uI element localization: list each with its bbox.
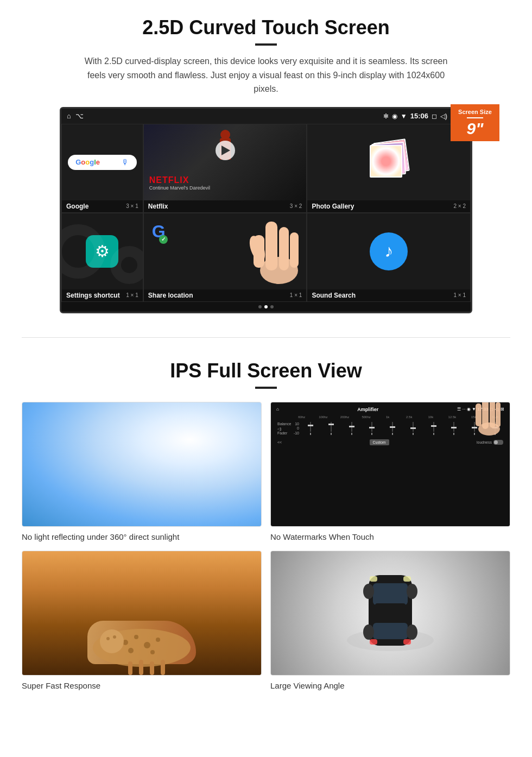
play-triangle (221, 146, 230, 155)
photo-app-label: Photo Gallery (312, 203, 354, 210)
svg-rect-22 (139, 660, 143, 675)
slider-thumb-7 (431, 425, 436, 427)
sunlight-caption: No light reflecting under 360° direct su… (22, 532, 179, 541)
eq-slider-1[interactable] (301, 422, 320, 435)
sound-search-content: ♪ (307, 213, 470, 289)
amp-loudness-toggle[interactable] (493, 440, 503, 445)
netflix-app-cell[interactable]: NETFLIX Continue Marvel's Daredevil Netf… (143, 124, 307, 213)
google-cell-content: Google 🎙 (62, 124, 143, 200)
balance-label: Balance (277, 422, 289, 426)
settings-app-cell[interactable]: ⚙ Settings shortcut 1 × 1 (61, 213, 143, 302)
settings-label-row: Settings shortcut 1 × 1 (62, 289, 143, 301)
google-search-bar[interactable]: Google 🎙 (68, 155, 136, 170)
db-10: 10 (293, 422, 299, 426)
fader-label: Fader (277, 431, 289, 435)
amp-hand-svg (465, 402, 503, 437)
svg-point-37 (407, 624, 417, 640)
image-grid: No light reflecting under 360° direct su… (22, 402, 510, 691)
svg-point-17 (150, 650, 155, 654)
slider-mark-6 (413, 433, 414, 435)
maps-g-letter: G ✓ (152, 222, 166, 242)
freq-60hz: 60hz (292, 415, 312, 419)
status-bar: ⌂ ⌥ ✻ ◉ ▼ 15:06 ◻ ◁) ⊠ ▭ (61, 109, 471, 124)
badge-title: Screen Size (457, 109, 493, 115)
svg-point-35 (407, 584, 417, 599)
svg-rect-10 (476, 403, 482, 426)
amplifier-image: ⌂ Amplifier ☰ ··· ◉ ▼ 17:33 ◻ ◁) ⊠ 60hz … (271, 402, 510, 526)
google-app-size: 3 × 1 (126, 203, 138, 209)
screen-size-badge: Screen Size 9" (451, 104, 499, 141)
dot-3 (270, 305, 274, 308)
slider-mark-1 (310, 433, 311, 435)
photo-gallery-cell[interactable]: Photo Gallery 2 × 2 (307, 124, 471, 213)
cheetah-image (22, 551, 261, 675)
sunlight-image (22, 402, 261, 526)
netflix-app-size: 3 × 2 (290, 203, 302, 209)
section1-description: With 2.5D curved-display screen, this de… (81, 54, 451, 96)
google-logo: Google (75, 158, 100, 166)
photo-card-3 (370, 145, 402, 178)
amp-db-labels: Balance ◁) Fader (275, 420, 292, 437)
svg-rect-1 (265, 222, 277, 270)
netflix-logo: NETFLIX (149, 175, 189, 185)
amp-bottom-controls: << Custom loudness (275, 439, 505, 445)
db-0: 0 (293, 426, 299, 430)
volume-icon: ◁) (440, 112, 447, 120)
netflix-play-button[interactable] (216, 141, 235, 160)
eq-slider-4[interactable] (363, 422, 382, 435)
sunlight-image-box (22, 402, 262, 527)
google-app-cell[interactable]: Google 🎙 Google 3 × 1 (61, 124, 143, 213)
car-image (271, 551, 510, 675)
eq-slider-8[interactable] (445, 422, 464, 435)
car-caption: Large Viewing Angle (270, 681, 345, 690)
settings-app-size: 1 × 1 (126, 292, 138, 298)
share-location-app-size: 1 × 1 (290, 292, 302, 298)
svg-rect-9 (496, 402, 501, 427)
photo-stack (367, 141, 410, 184)
slider-thumb-1 (308, 425, 313, 426)
maps-checkmark: ✓ (159, 235, 168, 244)
svg-point-34 (363, 584, 374, 599)
sound-search-cell[interactable]: ♪ Sound Search 1 × 1 (307, 213, 471, 302)
svg-rect-28 (375, 603, 406, 625)
eq-slider-7[interactable] (424, 422, 443, 435)
svg-point-19 (106, 637, 110, 640)
eq-slider-2[interactable] (322, 422, 341, 435)
amp-sliders (300, 420, 505, 437)
photo-gallery-content (307, 124, 470, 200)
share-location-cell[interactable]: G ✓ (143, 213, 307, 302)
eq-slider-6[interactable] (404, 422, 423, 435)
google-app-label: Google (66, 203, 88, 210)
amp-loudness-control: loudness (477, 440, 503, 445)
dot-1 (258, 305, 262, 308)
slider-mark-5 (392, 433, 393, 435)
toggle-knob (494, 440, 498, 444)
settings-app-label: Settings shortcut (66, 292, 120, 299)
eq-slider-5[interactable] (383, 422, 402, 435)
slider-mark-2 (331, 433, 332, 435)
photo-app-size: 2 × 2 (453, 203, 466, 209)
status-time: 15:06 (410, 112, 428, 120)
svg-point-36 (363, 624, 374, 640)
slider-thumb-3 (349, 426, 354, 427)
bg-circle-2 (110, 246, 143, 284)
freq-200hz: 200hz (334, 415, 355, 419)
app-grid-row2: ⚙ Settings shortcut 1 × 1 (61, 213, 471, 302)
badge-divider (467, 117, 483, 118)
db-minus10: -10 (293, 431, 299, 435)
amp-custom-button[interactable]: Custom (370, 439, 389, 445)
eq-slider-3[interactable] (342, 422, 361, 435)
svg-point-20 (113, 635, 116, 639)
car-image-box (270, 551, 510, 676)
svg-rect-23 (150, 661, 154, 675)
slider-thumb-2 (328, 424, 334, 425)
slider-thumb-6 (410, 427, 416, 429)
freq-500hz: 500hz (356, 415, 377, 419)
svg-point-5 (247, 234, 269, 263)
freq-2k5: 2.5k (399, 415, 420, 419)
svg-rect-33 (403, 639, 411, 645)
cheetah-image-box (22, 551, 262, 676)
slider-mark-4 (371, 433, 372, 435)
svg-rect-8 (490, 402, 495, 428)
slider-thumb-5 (390, 426, 395, 428)
